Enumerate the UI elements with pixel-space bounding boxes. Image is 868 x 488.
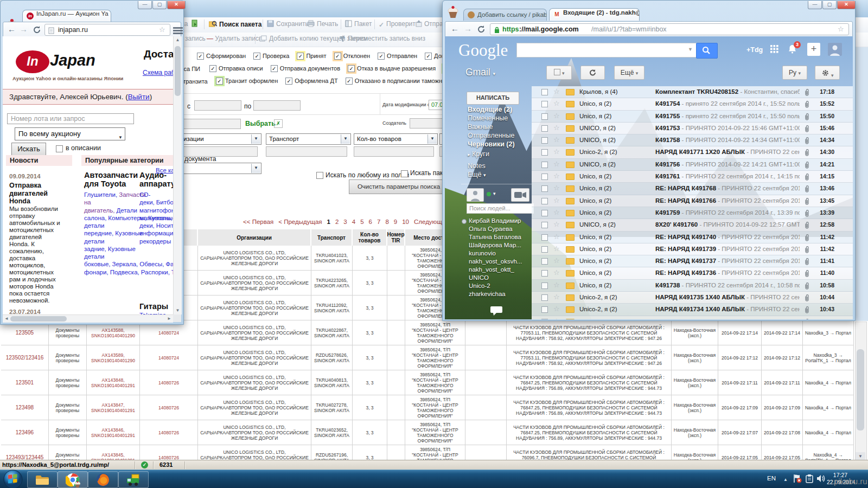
mail-row[interactable]: ☆ Unico, я (2) RE: НАРЯД К491766 - ПРИНЯ… <box>532 195 853 207</box>
status-checkbox[interactable]: ✓Отправка описи <box>209 65 263 72</box>
category-link[interactable]: Битбоксы, <box>156 199 173 206</box>
sidebar-item-notes[interactable]: Notes <box>468 162 486 170</box>
horizontal-scrollbar[interactable]: ◄ ► <box>3 314 173 323</box>
close-button[interactable]: ✕ <box>167 1 186 9</box>
mail-checkbox[interactable] <box>541 137 548 144</box>
contact-item[interactable]: Unico-2 <box>469 282 490 289</box>
mail-search-input[interactable]: ▼ <box>516 43 697 57</box>
packet-docs[interactable]: AX143847, SNKO190140401291 <box>87 395 140 420</box>
mail-checkbox[interactable] <box>541 319 548 319</box>
refresh-button[interactable] <box>580 66 605 80</box>
chevron-down-icon[interactable]: ▾ <box>493 191 496 196</box>
mail-row[interactable]: ☆ Unico, я (2) RE: НАРЯД К491736 - ПРИНЯ… <box>532 267 853 279</box>
mail-checkbox[interactable] <box>541 270 548 277</box>
packet-id-link[interactable]: 123496 <box>1 420 49 445</box>
logout-link[interactable]: Выйти <box>128 93 150 101</box>
contact-item[interactable]: zharkevichaa <box>469 291 506 297</box>
star-icon[interactable]: ☆ <box>553 160 560 168</box>
language-button[interactable]: Ру ▾ <box>782 66 807 80</box>
packet-number[interactable]: 14080724 <box>140 345 198 370</box>
page-link[interactable]: 4 <box>352 219 355 225</box>
date-from-input[interactable] <box>194 100 241 111</box>
mail-checkbox[interactable] <box>541 198 548 204</box>
scroll-down-arrow-icon[interactable]: ▼ <box>856 452 865 460</box>
packet-number[interactable]: 14080726 <box>140 395 198 420</box>
packet-docs[interactable]: AX143846, SNKO190140401291 <box>87 420 140 445</box>
mail-checkbox[interactable] <box>541 89 548 95</box>
contact-item[interactable]: kurunovio <box>469 250 496 256</box>
apps-grid-icon[interactable] <box>770 45 778 55</box>
bookmark-star-icon[interactable]: ☆ <box>159 24 165 35</box>
star-icon[interactable]: ☆ <box>553 147 560 156</box>
vertical-scrollbar[interactable]: ▲ ▼ <box>173 36 182 314</box>
start-button[interactable] <box>3 469 23 488</box>
mail-row[interactable]: ☆ Unico-2, я (2) НАРЯД К491733 1Х40 АБЛЫ… <box>532 316 853 319</box>
page-link[interactable]: 5 <box>360 219 363 225</box>
url-bar[interactable]: injapan.ru ☆ <box>44 24 170 36</box>
mail-row[interactable]: ☆ Unico, я (2) RE: НАРЯД К491739 - ПРИНЯ… <box>532 243 853 255</box>
star-icon[interactable]: ☆ <box>553 220 560 228</box>
col-organizations[interactable]: Организации <box>198 229 311 246</box>
packet-number[interactable]: 14080726 <box>140 420 198 445</box>
chat-bubble-icon[interactable] <box>490 306 502 318</box>
news-title[interactable]: Отправка двигателей Honda <box>9 182 59 206</box>
scrollbar-thumb[interactable] <box>175 46 181 96</box>
mail-row[interactable]: ☆ Unico, я (2) К491759 - ПРИНЯТО 22 сент… <box>532 207 853 219</box>
status-checkbox[interactable]: ✓Отправка документов <box>271 65 340 72</box>
category-link[interactable]: Подвеска, <box>110 269 139 275</box>
gmail-menu[interactable]: Gmail ▾ <box>465 67 495 78</box>
contact-item[interactable]: Татьяна Баталова <box>469 234 521 240</box>
sidebar-item-sent[interactable]: Отправленные <box>468 132 514 139</box>
chevron-down-icon[interactable]: ▼ <box>688 47 693 52</box>
packet-id-link[interactable]: 123501 <box>1 370 49 395</box>
status-checkbox[interactable]: ✓Сформирован <box>197 53 246 60</box>
scroll-right-arrow-icon[interactable]: ► <box>165 315 173 323</box>
mail-checkbox[interactable] <box>541 174 548 180</box>
star-icon[interactable]: ☆ <box>553 281 560 289</box>
auction-scope-select[interactable]: По всему аукциону▼ <box>15 127 125 140</box>
status-checkbox[interactable]: ✓Отклонен <box>334 53 370 60</box>
taskbar-customs-app-button[interactable] <box>118 471 149 488</box>
scrollbar-thumb[interactable] <box>857 349 864 431</box>
sidebar-item-drafts[interactable]: Черновики (2) <box>468 140 515 148</box>
star-icon[interactable]: ☆ <box>553 305 560 313</box>
mail-checkbox[interactable] <box>541 258 548 265</box>
star-icon[interactable]: ☆ <box>553 136 560 144</box>
mail-row[interactable]: ☆ UNICO, я (2) К491753 - ПРИНЯТО 2014-09… <box>532 123 853 134</box>
search-packet-button[interactable]: Поиск пакета <box>209 20 261 29</box>
star-icon[interactable]: ☆ <box>553 317 560 319</box>
mail-checkbox[interactable] <box>541 210 548 216</box>
mail-row[interactable]: ☆ UNICO, я (2) 8X20' К491760 - ПРИНЯТО 2… <box>532 219 853 231</box>
clear-selection-icon[interactable]: ✗ <box>274 119 283 128</box>
page-link[interactable]: 10 <box>402 219 409 225</box>
prev-page-link[interactable]: < Предыдущая <box>278 219 322 225</box>
packets-checkbox[interactable] <box>401 170 408 177</box>
page-link[interactable]: 9 <box>394 219 397 225</box>
date-to-input[interactable] <box>253 100 301 111</box>
mail-checkbox[interactable] <box>541 113 548 120</box>
scroll-down-arrow-icon[interactable]: ▼ <box>174 307 182 314</box>
mail-checkbox[interactable] <box>541 149 548 156</box>
clear-search-button[interactable]: Очистить параметры поиска <box>349 179 449 194</box>
mail-row[interactable]: ☆ Unico, я (2) К491738 - ПРИНЯТО 22 сент… <box>532 280 853 292</box>
status-checkbox[interactable]: ✓Отказ в выдаче разрешения <box>348 65 436 72</box>
page-link[interactable]: 6 <box>369 219 372 225</box>
volume-speaker-icon[interactable] <box>816 474 826 485</box>
tab-close-icon[interactable]: ✕ <box>108 11 111 17</box>
mail-row[interactable]: ☆ UNICO, я (2) К491758 - ПРИНЯТО 2014-09… <box>532 134 853 146</box>
status-checkbox[interactable]: ✓Отправлен <box>378 53 417 60</box>
contact-item[interactable]: Шайдорова Мар... <box>469 242 521 248</box>
lot-search-input[interactable]: Номер лота или запрос <box>7 113 134 124</box>
contact-item[interactable]: Ольга Сураева <box>469 226 513 232</box>
mail-row[interactable]: ☆ Unico, я (2) К491755 - принято 22 сент… <box>532 111 853 123</box>
chrome-menu-icon[interactable] <box>173 27 183 29</box>
url-bar[interactable]: https ://mail.google.com /mail/u/1/?tab=… <box>490 23 849 35</box>
maximize-button[interactable]: ▢ <box>152 1 167 9</box>
transport-dropdown[interactable]: Транспорт▼ <box>266 133 351 145</box>
chat-contact-icon[interactable] <box>467 188 484 202</box>
mail-row[interactable]: ☆ Unico-2, я (2) НАРЯД К491771 1Х20 АБЛЫ… <box>532 146 853 158</box>
mail-checkbox[interactable] <box>541 222 548 228</box>
mail-row[interactable]: ☆ Unico, я (2) RE: НАРЯД К491740 - ПРИНЯ… <box>532 232 853 243</box>
mail-search-button[interactable] <box>696 43 718 59</box>
tray-updates-icon[interactable] <box>805 474 814 485</box>
